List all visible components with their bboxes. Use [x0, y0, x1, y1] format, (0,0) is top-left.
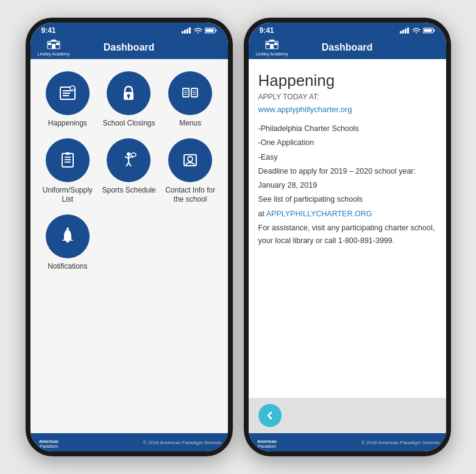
uniform-label: Uniform/Supply List — [40, 186, 96, 205]
svg-text:Paradigm: Paradigm — [40, 444, 58, 448]
uniform-btn[interactable] — [46, 138, 90, 182]
menu-item-sports[interactable]: Sports Schedule — [101, 138, 157, 205]
sports-icon — [118, 149, 140, 171]
svg-rect-31 — [62, 154, 73, 167]
svg-rect-6 — [215, 30, 216, 32]
svg-rect-63 — [274, 43, 277, 45]
lock-icon — [118, 82, 140, 104]
school-closings-btn[interactable] — [107, 71, 151, 115]
header-logo-1: Lindley Academy — [38, 39, 70, 56]
back-btn-bar — [249, 398, 446, 433]
svg-rect-58 — [269, 40, 274, 41]
phone-2: 9:41 — [244, 18, 451, 456]
body-inline-link[interactable]: APPLYPHILLYCHARTER.ORG — [266, 210, 372, 218]
header-logo-2: Lindley Academy — [256, 39, 288, 56]
footer-1: American Paradigm © 2018 American Paradi… — [30, 433, 228, 451]
happenings-icon: ! — [57, 82, 79, 104]
menus-btn[interactable] — [168, 71, 212, 115]
menus-label: Menus — [179, 119, 201, 129]
contact-btn[interactable] — [168, 138, 212, 182]
svg-rect-13 — [56, 43, 59, 45]
svg-rect-35 — [66, 152, 69, 155]
happening-main-link[interactable]: www.applyphillycharter.org — [258, 105, 436, 114]
svg-rect-62 — [266, 43, 269, 45]
signal-icon — [182, 27, 191, 34]
footer-logo-2: American Paradigm — [255, 437, 279, 448]
body-line-6: at APPLYPHILLYCHARTER.ORG — [258, 208, 436, 221]
wifi-icon — [194, 27, 202, 34]
detail-content: Happening APPLY TODAY AT: www.applyphill… — [249, 59, 446, 398]
menu-item-happenings[interactable]: ! Happenings — [40, 71, 96, 129]
menu-item-uniform[interactable]: Uniform/Supply List — [40, 138, 96, 205]
svg-rect-61 — [270, 44, 274, 49]
happening-title: Happening — [258, 71, 436, 90]
svg-rect-0 — [182, 31, 183, 34]
back-button[interactable] — [258, 404, 282, 427]
battery-icon-2 — [423, 27, 435, 34]
status-icons-1 — [182, 27, 217, 34]
body-line-2: -Easy — [258, 151, 436, 164]
phone-1: 9:41 — [26, 18, 233, 456]
logo-icon-1 — [45, 39, 62, 51]
footer-copyright-1: © 2018 American Paradigm Schools — [143, 440, 222, 445]
battery-icon — [205, 27, 217, 34]
svg-point-54 — [416, 32, 417, 34]
sports-label: Sports Schedule — [102, 186, 155, 196]
body-line-3: Deadline to apply for 2019 – 2020 school… — [258, 165, 436, 178]
svg-rect-2 — [186, 29, 188, 34]
menu-item-notifications[interactable]: Notifications — [40, 214, 96, 272]
svg-rect-7 — [205, 29, 213, 32]
notifications-btn[interactable] — [46, 214, 90, 258]
menu-item-school-closings[interactable]: School Closings — [101, 71, 157, 129]
status-bar-2: 9:41 — [249, 23, 446, 37]
signal-icon-2 — [400, 27, 410, 34]
svg-text:!: ! — [72, 88, 73, 91]
header-title-1: Dashboard — [104, 42, 155, 53]
body-line-1: -One Application — [258, 136, 436, 149]
body-line-4: January 28, 2019 — [258, 179, 436, 192]
footer-2: American Paradigm © 2018 American Paradi… — [249, 433, 446, 451]
menu-item-menus[interactable]: Menus — [163, 71, 218, 129]
school-logo-icon-2 — [265, 40, 279, 51]
svg-rect-12 — [48, 43, 51, 45]
footer-logo-1: American Paradigm — [37, 437, 61, 448]
main-content-1: ! Happenings School — [30, 59, 228, 433]
body-line-0: -Philadelphia Charter Schools — [258, 122, 436, 135]
contact-label: Contact Info for the school — [163, 186, 218, 205]
menus-icon — [179, 82, 201, 104]
body-line-5: See list of participating schools — [258, 193, 436, 206]
svg-rect-56 — [433, 30, 435, 32]
footer-copyright-2: © 2018 American Paradigm Schools — [361, 440, 440, 445]
happenings-btn[interactable]: ! — [46, 71, 90, 115]
svg-text:American: American — [257, 439, 277, 444]
menu-grid: ! Happenings School — [40, 71, 218, 271]
svg-rect-57 — [424, 29, 432, 32]
footer-logo-icon-2: American Paradigm — [255, 437, 279, 448]
footer-logo-icon: American Paradigm — [37, 437, 61, 448]
time-2: 9:41 — [260, 26, 274, 35]
menu-item-contact[interactable]: Contact Info for the school — [163, 138, 218, 205]
status-bar-1: 9:41 — [30, 23, 228, 37]
school-closings-label: School Closings — [102, 119, 155, 129]
sports-btn[interactable] — [107, 138, 151, 182]
svg-rect-8 — [51, 40, 56, 41]
svg-rect-53 — [407, 27, 409, 34]
school-logo-icon — [46, 40, 61, 51]
svg-rect-1 — [184, 30, 186, 34]
header-2: Lindley Academy Dashboard — [249, 37, 446, 59]
svg-text:American: American — [39, 439, 59, 444]
list-icon — [57, 149, 79, 171]
svg-line-43 — [129, 163, 131, 166]
svg-point-4 — [197, 32, 199, 34]
logo-text-1: Lindley Academy — [38, 52, 70, 56]
svg-point-21 — [127, 94, 130, 97]
svg-rect-3 — [189, 27, 191, 34]
header-title-2: Dashboard — [322, 42, 373, 53]
logo-icon-2 — [263, 39, 280, 51]
svg-text:Paradigm: Paradigm — [258, 444, 276, 448]
wifi-icon-2 — [412, 27, 421, 34]
body-line-7: For assistance, visit any participating … — [258, 222, 436, 248]
bell-icon — [57, 225, 79, 247]
time-1: 9:41 — [41, 26, 56, 35]
svg-rect-52 — [405, 29, 407, 34]
